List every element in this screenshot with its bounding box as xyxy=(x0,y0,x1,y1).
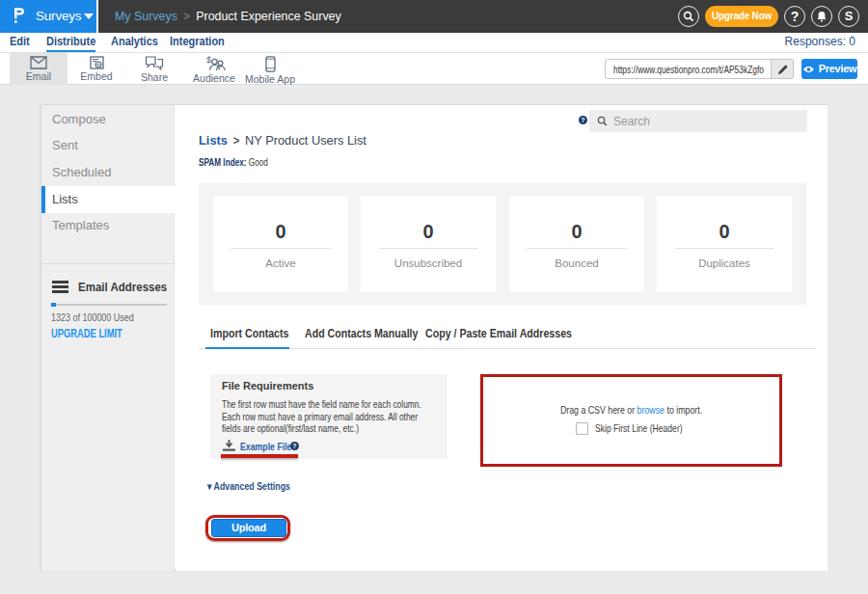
svg-text:$: $ xyxy=(206,56,211,65)
